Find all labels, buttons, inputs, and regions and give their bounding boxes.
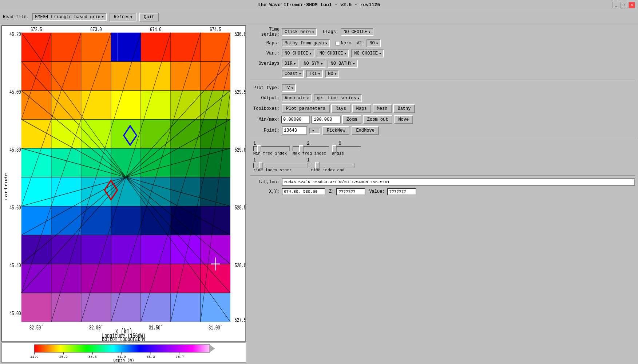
xyz-row: X,Y: 674.80, 530.60 Z: ??????? Value: ??… <box>250 188 635 195</box>
minfreq-label: Min freq index <box>253 151 290 156</box>
sliders-row2 <box>250 163 635 168</box>
maps-button[interactable]: Bathy from gash ▼ <box>282 39 330 47</box>
maxfreq-label: Max freq index <box>293 151 329 156</box>
overlay-no-button[interactable]: NO ▼ <box>325 70 339 78</box>
min-value-input[interactable] <box>281 116 310 124</box>
svg-rect-1 <box>21 33 51 62</box>
tb-plot-button[interactable]: Plot parameters <box>282 104 330 113</box>
point-dropdown[interactable]: ▼ <box>309 128 320 134</box>
svg-rect-13 <box>141 61 171 91</box>
tb-mesh-button[interactable]: Mesh <box>373 104 392 113</box>
v2-button[interactable]: NO ▼ <box>366 39 381 47</box>
quit-button[interactable]: Quit <box>139 13 159 21</box>
plot-type-button[interactable]: TV ▼ <box>282 84 296 92</box>
var-label: Var.: <box>250 51 280 56</box>
toolbar: Read file: GMESH triangle-based grid ▼ R… <box>0 10 638 24</box>
tb-maps-button[interactable]: Maps <box>352 104 371 113</box>
svg-rect-2 <box>51 33 81 62</box>
maximize-button[interactable]: □ <box>621 2 627 8</box>
main-content: x (km) Bottom topography 672.5 673.0 674… <box>0 24 638 364</box>
svg-text:529.0: 529.0 <box>235 147 245 153</box>
svg-rect-70 <box>171 293 201 322</box>
latlon-row: Lat,lon: 20d46.524`N 156d30.971`W/20.775… <box>250 179 635 186</box>
overlay-coast-button[interactable]: Coast ▼ <box>282 70 304 78</box>
svg-rect-12 <box>111 61 141 91</box>
time-series-button[interactable]: Click here ▼ <box>282 28 317 36</box>
svg-rect-18 <box>81 91 111 120</box>
slider1[interactable] <box>253 146 290 151</box>
svg-text:528.5: 528.5 <box>235 205 245 211</box>
maps-label: Maps: <box>250 41 280 46</box>
angle-label: angle <box>332 151 361 156</box>
svg-text:672.5: 672.5 <box>31 27 42 33</box>
endmove-button[interactable]: EndMove <box>352 126 379 135</box>
title-controls: _ □ ✕ <box>613 2 635 8</box>
svg-text:673.0: 673.0 <box>90 27 102 33</box>
slider2[interactable] <box>293 146 329 151</box>
overlay-dir-button[interactable]: DIR ▼ <box>282 60 298 68</box>
overlay-tri-button[interactable]: TRI ▼ <box>306 70 323 78</box>
svg-rect-42 <box>171 177 201 206</box>
svg-rect-5 <box>117 33 140 62</box>
slider5[interactable] <box>311 163 354 168</box>
svg-rect-15 <box>201 61 230 91</box>
tri-arrow-icon: ▼ <box>318 72 320 76</box>
sliders-group1: 1 2 0 Min freq index Max freq index angl… <box>250 141 635 156</box>
close-button[interactable]: ✕ <box>629 2 635 8</box>
tb-rays-button[interactable]: Rays <box>331 104 350 113</box>
separator1 <box>250 81 635 81</box>
var-button1[interactable]: NO CHOICE ▼ <box>282 49 314 57</box>
slider4[interactable] <box>253 163 308 168</box>
map-container[interactable]: x (km) Bottom topography 672.5 673.0 674… <box>1 25 246 342</box>
tb-bathy-button[interactable]: Bathy <box>393 104 415 113</box>
xy-display: 674.80, 530.60 <box>282 188 325 195</box>
z-display: ??????? <box>336 188 365 195</box>
svg-text:Depth (m): Depth (m) <box>113 358 134 362</box>
picknew-button[interactable]: PickNew <box>322 126 349 135</box>
read-file-label: Read file: <box>3 15 29 20</box>
svg-rect-62 <box>141 264 171 293</box>
svg-text:529.5: 529.5 <box>235 89 245 96</box>
svg-rect-71 <box>201 293 230 322</box>
sliders-row1 <box>250 146 635 151</box>
var-button3[interactable]: NO CHOICE ▼ <box>351 49 384 57</box>
zoom-out-button[interactable]: Zoom out <box>363 115 393 124</box>
overlay-nobathy-button[interactable]: NO BATHY ▼ <box>328 60 357 68</box>
latlon-label: Lat,lon: <box>250 180 280 185</box>
refresh-button[interactable]: Refresh <box>110 13 136 21</box>
z-label: Z: <box>329 189 334 194</box>
flags-button[interactable]: NO CHOICE ▼ <box>341 28 373 36</box>
minmax-row: Min/max: Zoom Zoom out Move <box>250 115 635 124</box>
var-button2[interactable]: NO CHOICE ▼ <box>317 49 349 57</box>
svg-text:Latitude: Latitude <box>4 173 8 201</box>
time-series-row: Time series: Click here ▼ Flags: NO CHOI… <box>250 27 635 37</box>
annotate-arrow-icon: ▼ <box>307 97 309 100</box>
slider3[interactable] <box>332 146 361 151</box>
svg-text:Longitude (156dW): Longitude (156dW) <box>102 333 145 340</box>
zoom-button[interactable]: Zoom <box>342 115 361 124</box>
norm-checkbox-row: Norm <box>335 41 352 46</box>
coast-arrow-icon: ▼ <box>299 72 301 76</box>
point-row: Point: ▼ PickNew EndMove <box>250 126 635 135</box>
svg-text:674.0: 674.0 <box>150 27 162 33</box>
svg-rect-44 <box>21 206 51 235</box>
svg-text:528.0: 528.0 <box>235 263 245 269</box>
svg-rect-63 <box>171 264 201 293</box>
flags-arrow-icon: ▼ <box>369 31 370 34</box>
move-button[interactable]: Move <box>394 115 413 124</box>
left-panel: x (km) Bottom topography 672.5 673.0 674… <box>0 24 247 364</box>
svg-text:530.0: 530.0 <box>235 31 245 38</box>
minmax-label: Min/max: <box>250 117 280 122</box>
annotate-button[interactable]: Annotate ▼ <box>282 94 312 102</box>
get-timeseries-button[interactable]: get time series ▼ <box>314 94 362 102</box>
norm-checkbox[interactable] <box>335 41 340 46</box>
svg-rect-23 <box>21 119 51 148</box>
svg-rect-4 <box>111 33 118 62</box>
overlay-nosym-button[interactable]: NO SYM ▼ <box>301 60 325 68</box>
point-input[interactable] <box>282 127 307 135</box>
max-value-input[interactable] <box>312 116 341 124</box>
read-file-dropdown[interactable]: GMESH triangle-based grid ▼ <box>32 13 107 21</box>
dropdown-arrow-icon: ▼ <box>102 15 104 19</box>
var1-arrow-icon: ▼ <box>310 52 312 55</box>
minimize-button[interactable]: _ <box>613 2 619 8</box>
